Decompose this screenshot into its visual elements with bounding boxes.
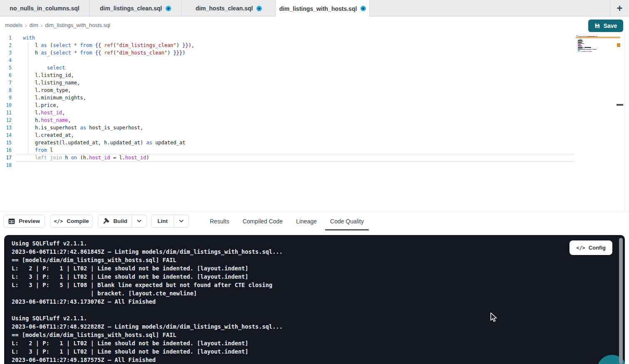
tab-label: dim_listings_clean.sql xyxy=(100,5,162,12)
line-number: 1 xyxy=(0,34,12,42)
code-line[interactable]: 12 h.host_name, xyxy=(0,116,194,124)
code-line[interactable]: 13 h.is_superhost as host_is_superhost, xyxy=(0,124,194,131)
config-button[interactable]: </> Config xyxy=(569,240,612,255)
code-line[interactable]: 6 l.listing_id, xyxy=(0,72,194,79)
code-line[interactable]: 5 select xyxy=(0,64,194,72)
overview-ruler-cursor-marker xyxy=(617,104,623,106)
tab-lineage[interactable]: Lineage xyxy=(289,212,323,230)
line-number: 16 xyxy=(0,146,12,154)
panel-tabs: Results Compiled Code Lineage Code Quali… xyxy=(203,212,370,230)
line-number: 7 xyxy=(0,79,12,87)
line-number: 5 xyxy=(0,64,12,72)
code-line[interactable]: 11 l.host_id, xyxy=(0,109,194,116)
breadcrumb: models › dim › dim_listings_with_hosts.s… xyxy=(5,17,110,33)
line-number: 13 xyxy=(0,124,12,131)
tab-label: dim_listings_with_hosts.sql xyxy=(279,5,357,12)
tab-dim-listings-with-hosts[interactable]: dim_listings_with_hosts.sql xyxy=(276,0,370,17)
code-line[interactable]: 9 l.minimum_nights, xyxy=(0,94,194,102)
breadcrumb-models[interactable]: models xyxy=(5,22,22,28)
file-header: models › dim › dim_listings_with_hosts.s… xyxy=(0,17,629,33)
code-line[interactable]: 14 l.created_at, xyxy=(0,131,194,139)
hammer-icon xyxy=(102,218,109,225)
line-number: 8 xyxy=(0,87,12,94)
unsaved-changes-icon[interactable] xyxy=(166,6,171,11)
tab-dim-hosts-clean[interactable]: dim_hosts_clean.sql xyxy=(182,0,276,17)
build-label: Build xyxy=(113,218,127,224)
save-button[interactable]: Save xyxy=(588,20,623,32)
chevron-down-icon xyxy=(137,218,142,224)
floppy-disk-icon xyxy=(594,23,600,29)
lint-label: Lint xyxy=(157,218,168,224)
code-line[interactable]: 15 greatest(l.updated_at, h.updated_at) … xyxy=(0,139,194,146)
code-line[interactable]: 10 l.price, xyxy=(0,102,194,109)
line-number: 17 xyxy=(0,154,12,161)
tab-label: no_nulls_in_columns.sql xyxy=(10,5,79,12)
code-line[interactable]: 4 xyxy=(0,57,194,64)
line-number: 14 xyxy=(0,131,12,139)
compile-label: Compile xyxy=(67,218,89,224)
line-number: 10 xyxy=(0,102,12,109)
dbt-cloud-ide: no_nulls_in_columns.sql dim_listings_cle… xyxy=(0,0,629,364)
new-tab-button[interactable]: + xyxy=(610,0,629,16)
code-line[interactable]: 17 left join h on (h.host_id = l.host_id… xyxy=(0,154,194,161)
lint-button[interactable]: Lint xyxy=(151,215,174,228)
line-number: 4 xyxy=(0,57,12,64)
code-line[interactable]: 3 h as (select * from {{ ref("dim_hosts_… xyxy=(0,49,194,57)
tab-compiled-code[interactable]: Compiled Code xyxy=(236,212,290,230)
compile-button[interactable]: </> Compile xyxy=(50,215,93,228)
breadcrumb-dim[interactable]: dim xyxy=(30,22,38,28)
save-label: Save xyxy=(604,22,617,29)
code-line[interactable]: 1with xyxy=(0,34,194,42)
code-line[interactable]: 8 l.room_type, xyxy=(0,87,194,94)
tab-code-quality[interactable]: Code Quality xyxy=(323,212,370,230)
line-number: 6 xyxy=(0,72,12,79)
code-editor[interactable]: 1with2 l as (select * from {{ ref("dim_l… xyxy=(0,33,629,211)
code-icon: </> xyxy=(54,218,63,224)
code-lines: 1with2 l as (select * from {{ ref("dim_l… xyxy=(0,34,194,169)
chevron-down-icon xyxy=(179,218,184,224)
terminal-panel: Using SQLFluff v2.1.1. 2023-06-06T11:27:… xyxy=(4,235,625,364)
line-number: 9 xyxy=(0,94,12,102)
tab-dim-listings-clean[interactable]: dim_listings_clean.sql xyxy=(90,0,182,17)
terminal-scrollbar[interactable] xyxy=(619,238,623,364)
preview-button[interactable]: Preview xyxy=(3,215,45,228)
unsaved-changes-icon[interactable] xyxy=(256,6,262,11)
editor-toolbar: Preview </> Compile Build Lint xyxy=(0,211,629,230)
code-line[interactable]: 2 l as (select * from {{ ref("dim_listin… xyxy=(0,42,194,49)
line-number: 12 xyxy=(0,116,12,124)
build-button[interactable]: Build xyxy=(98,215,132,228)
tab-results[interactable]: Results xyxy=(203,212,236,230)
lint-dropdown-button[interactable] xyxy=(174,215,189,228)
tab-bar-spacer xyxy=(370,0,610,16)
tab-no-nulls-in-columns[interactable]: no_nulls_in_columns.sql xyxy=(0,0,90,17)
overview-ruler-warning-marker xyxy=(617,43,620,47)
config-label: Config xyxy=(589,245,606,251)
unsaved-changes-icon[interactable] xyxy=(360,6,366,11)
terminal-output: Using SQLFluff v2.1.1. 2023-06-06T11:27:… xyxy=(4,235,625,364)
code-line[interactable]: 16 from l xyxy=(0,146,194,154)
breadcrumb-separator-icon: › xyxy=(41,22,43,29)
code-icon: </> xyxy=(576,245,585,251)
editor-right-border xyxy=(624,33,625,211)
build-dropdown-button[interactable] xyxy=(132,215,147,228)
minimap-warning-highlight xyxy=(576,37,620,38)
code-line[interactable]: 18 xyxy=(0,161,194,169)
line-number: 18 xyxy=(0,161,12,169)
line-number: 3 xyxy=(0,49,12,57)
line-number: 2 xyxy=(0,42,12,49)
tab-label: dim_hosts_clean.sql xyxy=(196,5,253,12)
breadcrumb-separator-icon: › xyxy=(25,22,27,29)
breadcrumb-filename: dim_listings_with_hosts.sql xyxy=(45,22,110,28)
line-number: 11 xyxy=(0,109,12,116)
tab-bar: no_nulls_in_columns.sql dim_listings_cle… xyxy=(0,0,629,17)
code-line[interactable]: 7 l.listing_name, xyxy=(0,79,194,87)
preview-label: Preview xyxy=(19,218,40,224)
line-number: 15 xyxy=(0,139,12,146)
table-grid-icon xyxy=(8,218,15,224)
